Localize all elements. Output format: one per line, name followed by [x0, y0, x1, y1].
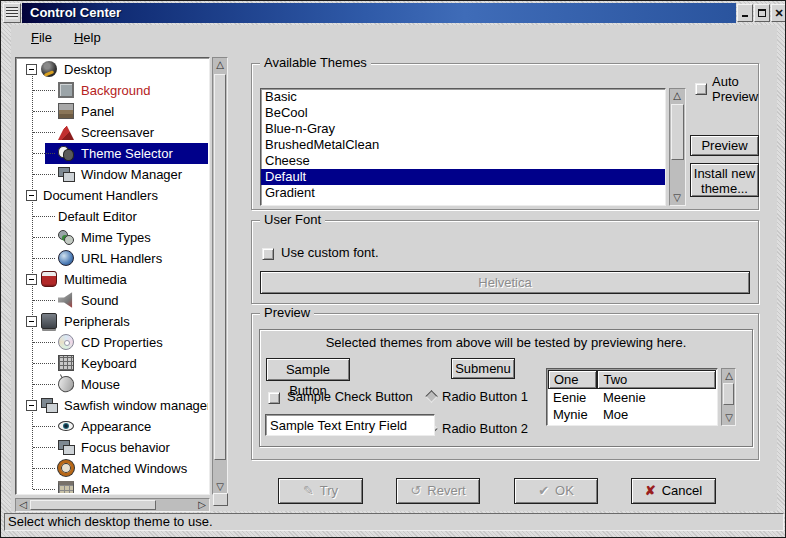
- tree-item-label: URL Handlers: [81, 248, 162, 269]
- scrollbar-thumb[interactable]: [723, 383, 734, 405]
- tree-item-multimedia[interactable]: Multimedia: [17, 269, 208, 290]
- menu-help[interactable]: Help: [72, 29, 103, 46]
- tree-item-label: Meta: [81, 479, 110, 493]
- tree-item-label: Keyboard: [81, 353, 137, 374]
- scrollbar-thumb[interactable]: [30, 500, 156, 510]
- tree-expander-icon[interactable]: [26, 190, 37, 201]
- tree-item-label: Background: [81, 80, 150, 101]
- scroll-down-icon[interactable]: ▽: [213, 480, 227, 494]
- tree-item-sound[interactable]: Sound: [17, 290, 208, 311]
- tree-connector: [33, 342, 55, 343]
- tree-expander-icon[interactable]: [26, 274, 37, 285]
- table-row[interactable]: MynieMoe: [548, 406, 716, 423]
- theme-item-default[interactable]: Default: [261, 169, 665, 185]
- tree-item-desktop[interactable]: Desktop: [17, 59, 208, 80]
- menu-file[interactable]: File: [29, 29, 54, 46]
- tree-item-mouse[interactable]: Mouse: [17, 374, 208, 395]
- tree-expander-icon[interactable]: [26, 316, 37, 327]
- titlebar[interactable]: Control Center: [22, 3, 736, 23]
- try-icon: ✎: [303, 479, 314, 503]
- ok-icon: ✔: [538, 479, 549, 503]
- scroll-up-icon[interactable]: △: [670, 89, 684, 103]
- scroll-up-icon[interactable]: △: [722, 369, 736, 383]
- table-row[interactable]: EenieMeenie: [548, 389, 716, 406]
- install-new-theme-button[interactable]: Install new theme...: [690, 163, 759, 197]
- tree-item-label: Panel: [81, 101, 114, 122]
- scrollbar-thumb[interactable]: [214, 74, 226, 460]
- scroll-up-icon[interactable]: △: [213, 58, 227, 72]
- tree-expander-icon[interactable]: [26, 400, 37, 411]
- tree-item-appearance[interactable]: Appearance: [17, 416, 208, 437]
- tree-item-theme-selector[interactable]: Theme Selector: [17, 143, 208, 164]
- table-header-two[interactable]: Two: [597, 370, 716, 389]
- tree-item-cd-properties[interactable]: CD Properties: [17, 332, 208, 353]
- mouse-icon: [55, 373, 77, 395]
- sample-table-body: EenieMeenieMynieMoe: [548, 389, 716, 424]
- theme-item-becool[interactable]: BeCool: [261, 105, 665, 121]
- tree-item-focus-behavior[interactable]: Focus behavior: [17, 437, 208, 458]
- scrollbar-corner-grip[interactable]: [213, 493, 228, 506]
- try-button[interactable]: ✎Try: [278, 478, 363, 504]
- preview-panel: Selected themes from above will be teste…: [259, 329, 753, 447]
- tree-item-url-handlers[interactable]: URL Handlers: [17, 248, 208, 269]
- tree-item-label: Desktop: [64, 59, 112, 80]
- sample-checkbox[interactable]: [268, 392, 280, 404]
- scroll-right-icon[interactable]: ▷: [195, 498, 209, 512]
- theme-item-cheese[interactable]: Cheese: [261, 153, 665, 169]
- tree-expander-icon[interactable]: [26, 64, 37, 75]
- sample-text-entry[interactable]: [265, 414, 435, 436]
- revert-button[interactable]: ↺Revert: [396, 478, 480, 504]
- cancel-button[interactable]: ✘Cancel: [631, 478, 716, 504]
- scroll-left-icon[interactable]: ◁: [16, 498, 30, 512]
- font-picker-button[interactable]: Helvetica: [260, 271, 750, 294]
- ok-button[interactable]: ✔OK: [514, 478, 598, 504]
- close-button[interactable]: ✕: [771, 4, 786, 22]
- tree-item-label: Theme Selector: [81, 143, 173, 164]
- tree-item-default-editor[interactable]: Default Editor: [17, 206, 208, 227]
- tree-item-label: Screensaver: [81, 122, 154, 143]
- tree-item-background[interactable]: Background: [17, 80, 208, 101]
- tree-item-panel[interactable]: Panel: [17, 101, 208, 122]
- sample-button[interactable]: Sample Button: [266, 358, 350, 381]
- tree-item-peripherals[interactable]: Peripherals: [17, 311, 208, 332]
- sample-radio-1-label: Radio Button 1: [442, 389, 528, 404]
- use-custom-font-label: Use custom font.: [281, 245, 379, 260]
- tree-item-document-handlers[interactable]: Document Handlers: [17, 185, 208, 206]
- tree-connector: [33, 468, 55, 469]
- theme-item-blue-n-gray[interactable]: Blue-n-Gray: [261, 121, 665, 137]
- window-title: Control Center: [30, 5, 121, 20]
- auto-preview-checkbox[interactable]: [695, 83, 707, 95]
- tree-item-matched-windows[interactable]: Matched Windows: [17, 458, 208, 479]
- use-custom-font-checkbox[interactable]: [262, 248, 274, 260]
- tree-item-keyboard[interactable]: Keyboard: [17, 353, 208, 374]
- table-header-one[interactable]: One: [548, 370, 597, 389]
- scroll-down-icon[interactable]: ▽: [722, 411, 736, 425]
- theme-item-brushedmetalclean[interactable]: BrushedMetalClean: [261, 137, 665, 153]
- theme-item-gradient[interactable]: Gradient: [261, 185, 665, 201]
- tree-item-screensaver[interactable]: Screensaver: [17, 122, 208, 143]
- minimize-button[interactable]: [737, 4, 753, 22]
- preview-button[interactable]: Preview: [690, 135, 759, 156]
- theme-item-basic[interactable]: Basic: [261, 89, 665, 105]
- table-cell: Mynie: [548, 406, 598, 423]
- preview-frame: Preview Selected themes from above will …: [251, 313, 759, 460]
- scrollbar-thumb[interactable]: [671, 104, 684, 160]
- scroll-down-icon[interactable]: ▽: [670, 191, 684, 205]
- tree-item-mime-types[interactable]: Mime Types: [17, 227, 208, 248]
- sample-radio-1[interactable]: [425, 390, 438, 403]
- tree-item-sawfish-window-manager[interactable]: Sawfish window manager: [17, 395, 208, 416]
- tree-item-window-manager[interactable]: Window Manager: [17, 164, 208, 185]
- tree-connector: [33, 132, 55, 133]
- tree-horizontal-scrollbar[interactable]: ◁ ▷: [15, 498, 210, 512]
- tree-item-meta[interactable]: Meta: [17, 479, 208, 493]
- tree-connector: [33, 384, 55, 385]
- sample-table-scrollbar[interactable]: △ ▽: [721, 368, 736, 426]
- tree-vertical-scrollbar[interactable]: △ ▽: [212, 57, 228, 495]
- maximize-icon: [758, 9, 766, 17]
- menubar: FileHelp: [11, 25, 777, 51]
- theme-list-scrollbar[interactable]: △ ▽: [669, 88, 686, 206]
- submenu-button[interactable]: Submenu: [451, 358, 515, 379]
- maximize-button[interactable]: [754, 4, 770, 22]
- window-menu-button[interactable]: [3, 3, 21, 23]
- cancel-icon: ✘: [645, 479, 656, 503]
